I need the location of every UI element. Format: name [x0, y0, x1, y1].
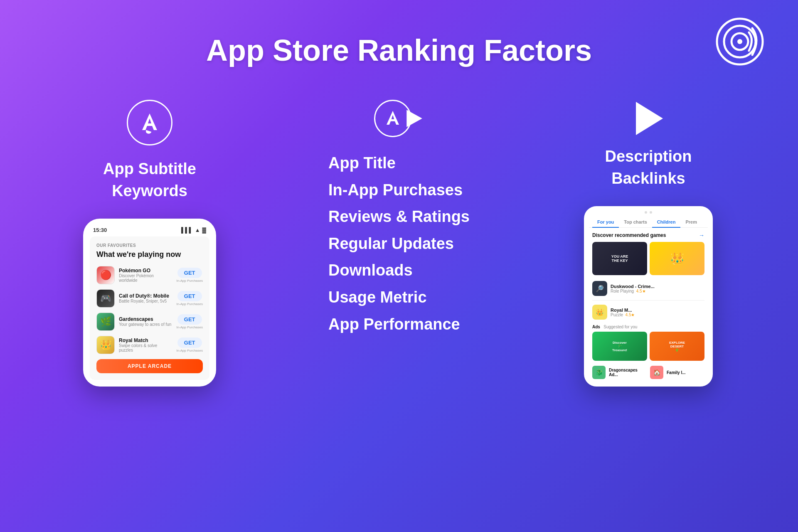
ads-game-explore[interactable]: EXPLOREDESERT🌵 — [650, 332, 704, 361]
game-icon-royal-match: 👑 — [670, 252, 685, 266]
pokemon-get-button[interactable]: GET — [177, 268, 202, 278]
logo-area — [715, 17, 765, 68]
column-apple: App Subtitle Keywords 15:30 ▌▌▌ ▲ ▓ OUR … — [25, 100, 274, 387]
duskwood-meta: Role Playing 4.5★ — [611, 289, 704, 293]
more-apps-row-dragonscapes: 🐉 Dragonscapes Ad... 🏠 Family I... — [589, 363, 708, 382]
ios-statusbar: 15:30 ▌▌▌ ▲ ▓ — [90, 225, 209, 236]
label-reviews-ratings: Reviews & Ratings — [328, 203, 470, 230]
statusbar-icons: ▌▌▌ ▲ ▓ — [181, 227, 206, 233]
garden-info: Gardenscapes Your gateway to acres of fu… — [119, 316, 172, 327]
apple-store-icon-circle — [127, 100, 172, 145]
cod-name: Call of Duty®: Mobile — [119, 293, 172, 299]
royal-get-button[interactable]: GET — [177, 337, 202, 348]
royal-desc: Swipe colors & solve puzzles — [119, 343, 172, 352]
cod-get-button[interactable]: GET — [177, 291, 202, 301]
android-top-dots — [589, 211, 708, 214]
dragonscapes-list-info: Dragonscapes Ad... — [609, 368, 647, 377]
ios-phone-content: OUR FAVOURITES What we're playing now 🔴 … — [90, 236, 209, 380]
discover-text: Discover recommended games — [592, 232, 666, 238]
playstore-labels: Description Backlinks — [605, 145, 692, 190]
list-item: 🎮 Call of Duty®: Mobile Battle Royale, S… — [96, 289, 203, 308]
ads-game-dragonscapes[interactable]: Discover🐉Treasure! — [592, 332, 647, 361]
royal-android-info: Royal M... Puzzle 4.5★ — [611, 308, 704, 317]
family-list-info: Family I... — [667, 370, 704, 375]
royal-iap: In-App Purchases — [176, 349, 203, 352]
apple-arcade-bar[interactable]: APPLE ARCADE — [96, 359, 203, 373]
apple-small-icon — [382, 108, 403, 129]
royal-get[interactable]: GET In-App Purchases — [176, 337, 203, 352]
royal-icon: 👑 — [96, 336, 115, 354]
garden-get-button[interactable]: GET — [177, 314, 202, 325]
game-card-royal-match[interactable]: 👑 — [650, 242, 704, 275]
garden-desc: Your gateway to acres of fun — [119, 322, 172, 327]
pokemon-info: Pokémon GO Discover Pokémon worldwide — [119, 268, 172, 283]
android-app-row-royal: 👑 Royal M... Puzzle 4.5★ — [589, 302, 708, 322]
cod-info: Call of Duty®: Mobile Battle Royale, Sni… — [119, 293, 172, 303]
column-playstore: Description Backlinks For you Top charts… — [524, 100, 773, 387]
game-title-you-are-key: YOU ARETHE KEY — [611, 254, 628, 264]
royal-info: Royal Match Swipe colors & solve puzzles — [119, 337, 172, 352]
tab-children[interactable]: Children — [652, 217, 681, 228]
android-tabs[interactable]: For you Top charts Children Prem — [589, 217, 708, 228]
duskwood-icon: 🔎 — [592, 281, 607, 296]
game-card-you-are-key[interactable]: YOU ARETHE KEY — [592, 242, 647, 275]
game-cards-row: YOU ARETHE KEY 👑 — [589, 242, 708, 275]
cod-get[interactable]: GET In-App Purchases — [176, 291, 203, 306]
garden-icon: 🌿 — [96, 313, 115, 331]
label-downloads: Downloads — [328, 257, 470, 284]
cod-icon: 🎮 — [96, 289, 115, 308]
page-title: App Store Ranking Factors — [206, 33, 592, 67]
wifi-icon: ▲ — [195, 227, 200, 233]
label-app-title: App Title — [328, 150, 470, 177]
apple-icon — [137, 110, 162, 135]
dot2 — [650, 211, 652, 214]
dragonscapes-list-icon: 🐉 — [592, 366, 606, 379]
pokemon-name: Pokémon GO — [119, 268, 172, 273]
family-list-name: Family I... — [667, 370, 704, 375]
ads-section: Ads Suggested for you Discover🐉Treasure!… — [589, 322, 708, 363]
playstore-label-description: Description — [605, 145, 692, 167]
pokemon-desc: Discover Pokémon worldwide — [119, 273, 172, 283]
what-playing-heading: What we're playing now — [96, 250, 203, 259]
discover-arrow-icon[interactable]: → — [699, 232, 704, 239]
duskwood-name: Duskwood - Crime... — [611, 284, 704, 289]
label-in-app-purchases: In-App Purchases — [328, 177, 470, 204]
tab-top-charts[interactable]: Top charts — [619, 217, 652, 227]
svg-marker-4 — [406, 110, 422, 127]
garden-iap: In-App Purchases — [176, 325, 203, 329]
pokemon-icon: 🔴 — [96, 266, 115, 284]
ios-time: 15:30 — [93, 227, 107, 233]
sensortower-logo-icon — [715, 17, 765, 66]
our-favourites-label: OUR FAVOURITES — [96, 243, 203, 248]
apple-labels: App Subtitle Keywords — [103, 158, 196, 202]
ios-phone-mockup: 15:30 ▌▌▌ ▲ ▓ OUR FAVOURITES What we're … — [83, 219, 216, 387]
cod-iap: In-App Purchases — [176, 302, 203, 306]
pokemon-get[interactable]: GET In-App Purchases — [176, 268, 203, 283]
apple-label-keywords: Keywords — [103, 180, 196, 202]
play-store-large-icon — [630, 100, 667, 137]
dot1 — [645, 211, 647, 214]
android-divider — [592, 300, 704, 300]
battery-icon: ▓ — [202, 227, 206, 233]
tab-prem[interactable]: Prem — [680, 217, 702, 227]
discover-header: Discover recommended games → — [589, 232, 708, 239]
android-phone-mockup: For you Top charts Children Prem Discove… — [584, 206, 713, 387]
play-store-overlap-icon — [403, 108, 424, 129]
pokemon-iap: In-App Purchases — [176, 279, 203, 283]
duskwood-info: Duskwood - Crime... Role Playing 4.5★ — [611, 284, 704, 293]
garden-get[interactable]: GET In-App Purchases — [176, 314, 203, 329]
garden-name: Gardenscapes — [119, 316, 172, 322]
list-item: 🔴 Pokémon GO Discover Pokémon worldwide … — [96, 266, 203, 284]
tab-for-you[interactable]: For you — [592, 217, 619, 228]
apple-label-subtitle: App Subtitle — [103, 158, 196, 180]
explore-text: EXPLOREDESERT🌵 — [669, 341, 685, 352]
list-item: 🌿 Gardenscapes Your gateway to acres of … — [96, 313, 203, 331]
android-app-row-duskwood: 🔎 Duskwood - Crime... Role Playing 4.5★ — [589, 278, 708, 298]
ads-label: Ads Suggested for you — [592, 325, 704, 329]
label-usage-metric: Usage Metric — [328, 284, 470, 311]
ads-game-row: Discover🐉Treasure! EXPLOREDESERT🌵 — [592, 332, 704, 361]
royal-android-meta: Puzzle 4.5★ — [611, 313, 704, 317]
royal-android-name: Royal M... — [611, 308, 704, 313]
label-regular-updates: Regular Updates — [328, 230, 470, 257]
middle-labels-list: App Title In-App Purchases Reviews & Rat… — [328, 150, 470, 337]
